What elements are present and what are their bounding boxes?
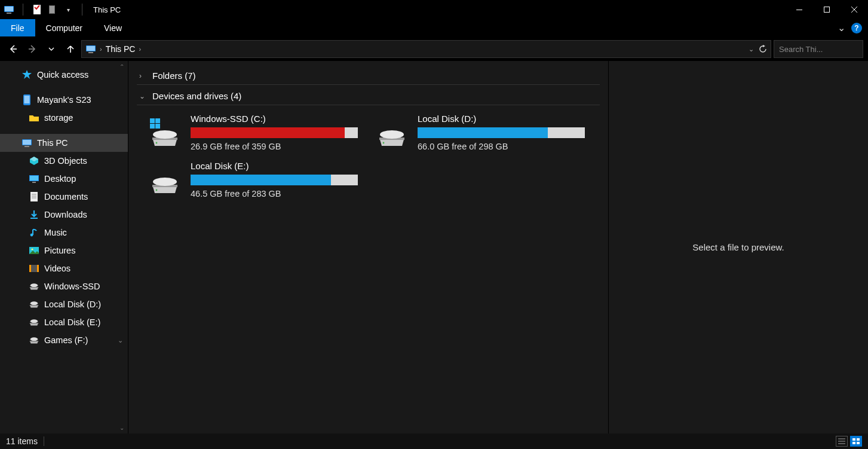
drive-capacity-bar [418, 127, 585, 138]
drives-grid: Windows-SSD (C:)26.9 GB free of 359 GBLo… [137, 108, 600, 210]
address-bar[interactable]: › This PC › ⌄ [81, 40, 771, 58]
sidebar-item-label: This PC [37, 138, 68, 148]
navigation-bar: › This PC › ⌄ [0, 37, 868, 61]
svg-point-44 [380, 130, 404, 139]
svg-point-36 [30, 319, 38, 323]
details-view-button[interactable] [836, 436, 848, 447]
maximize-button[interactable] [813, 0, 841, 19]
sidebar-item-downloads[interactable]: Downloads [0, 206, 128, 224]
drive-item[interactable]: Local Disk (E:)46.5 GB free of 283 GB [148, 161, 363, 198]
minimize-button[interactable] [786, 0, 813, 19]
tiles-view-button[interactable] [850, 436, 862, 447]
svg-rect-12 [88, 52, 93, 53]
svg-rect-33 [37, 265, 39, 272]
help-icon[interactable]: ? [851, 23, 862, 33]
drive-name: Local Disk (E:) [191, 161, 363, 171]
sidebar-item-label: Pictures [44, 246, 75, 255]
svg-point-28 [30, 234, 33, 237]
sidebar-item-label: Games (F:) [44, 335, 88, 345]
sidebar-item-label: Music [44, 228, 67, 237]
close-button[interactable] [841, 0, 868, 19]
sidebar-item-videos[interactable]: Videos [0, 259, 128, 277]
pc-icon [85, 44, 96, 54]
sidebar-item-storage[interactable]: storage [0, 109, 128, 127]
disk-icon [29, 281, 39, 292]
svg-rect-21 [30, 176, 38, 181]
drive-name: Local Disk (D:) [418, 114, 590, 124]
svg-rect-54 [857, 442, 860, 444]
status-item-count: 11 items [6, 436, 38, 446]
group-header-drives[interactable]: ⌄ Devices and drives (4) [137, 87, 600, 105]
up-button[interactable] [62, 41, 79, 57]
breadcrumb[interactable]: This PC [106, 44, 136, 54]
sidebar-item-3d-objects[interactable]: 3D Objects [0, 152, 128, 170]
group-label: Devices and drives (4) [152, 91, 241, 101]
sidebar-item-local-disk-e-[interactable]: Local Disk (E:) [0, 313, 128, 331]
sidebar-item-pictures[interactable]: Pictures [0, 242, 128, 259]
drive-item[interactable]: Local Disk (D:)66.0 GB free of 298 GB [375, 114, 590, 151]
svg-rect-6 [796, 10, 802, 10]
sidebar-item-label: Downloads [44, 210, 87, 219]
ribbon-tab-computer[interactable]: Computer [35, 19, 93, 36]
folder-icon [29, 112, 39, 123]
sidebar-item-local-disk-d-[interactable]: Local Disk (D:) [0, 295, 128, 313]
drive-icon [148, 166, 182, 194]
properties-icon[interactable] [32, 4, 42, 15]
chevron-right-icon: › [139, 72, 148, 80]
sidebar-item-music[interactable]: Music [0, 224, 128, 242]
forward-button[interactable] [24, 41, 41, 57]
music-icon [29, 227, 39, 238]
star-icon [22, 69, 32, 80]
drive-capacity-bar [191, 127, 358, 138]
sidebar-item-desktop[interactable]: Desktop [0, 170, 128, 188]
svg-rect-51 [852, 438, 855, 441]
svg-point-47 [156, 189, 158, 191]
chevron-down-icon[interactable]: ⌄ [118, 337, 123, 344]
sidebar-item-quick-access[interactable]: Quick access [0, 66, 128, 84]
back-button[interactable] [5, 41, 22, 57]
drive-free-text: 26.9 GB free of 359 GB [191, 142, 363, 151]
scroll-down-icon[interactable]: ⌄ [119, 424, 124, 431]
ribbon-tab-view[interactable]: View [93, 19, 133, 36]
svg-rect-40 [150, 124, 155, 129]
sidebar-item-label: Windows-SSD [44, 282, 100, 291]
sidebar-item-documents[interactable]: Documents [0, 188, 128, 206]
sidebar-item-windows-ssd[interactable]: Windows-SSD [0, 277, 128, 295]
svg-point-30 [31, 248, 33, 250]
phone-icon [22, 94, 32, 105]
qat-customize-icon[interactable]: ▾ [63, 4, 73, 15]
chevron-right-icon[interactable]: › [139, 45, 141, 53]
refresh-icon[interactable] [759, 45, 767, 53]
qat-dropdown-icon[interactable] [47, 4, 58, 15]
svg-rect-32 [29, 265, 31, 272]
svg-rect-7 [824, 7, 830, 13]
recent-locations-button[interactable] [43, 41, 60, 57]
scroll-up-icon[interactable]: ⌃ [119, 63, 124, 70]
svg-rect-18 [23, 140, 31, 145]
drive-capacity-bar [191, 175, 358, 185]
drive-name: Windows-SSD (C:) [191, 114, 363, 124]
sidebar-item-this-pc[interactable]: This PC [0, 134, 128, 152]
ribbon-expand-icon[interactable]: ⌄ [838, 22, 845, 33]
svg-point-46 [153, 178, 177, 186]
svg-rect-2 [7, 13, 11, 14]
picture-icon [29, 245, 39, 256]
svg-rect-38 [150, 118, 155, 123]
group-header-folders[interactable]: › Folders (7) [137, 67, 600, 85]
disk-icon [29, 317, 39, 328]
svg-rect-23 [30, 192, 38, 201]
svg-rect-16 [24, 96, 30, 103]
address-dropdown-icon[interactable]: ⌄ [749, 45, 754, 53]
search-input[interactable] [779, 45, 868, 54]
preview-pane: Select a file to preview. [608, 61, 868, 433]
sidebar-item-label: Local Disk (D:) [44, 300, 101, 309]
status-bar: 11 items [0, 433, 868, 449]
search-box[interactable] [774, 40, 863, 58]
file-tab[interactable]: File [0, 19, 35, 36]
sidebar-item-mayank-s-s23[interactable]: Mayank's S23 [0, 91, 128, 109]
sidebar-item-games-f-[interactable]: Games (F:)⌄ [0, 331, 128, 349]
chevron-right-icon[interactable]: › [100, 45, 102, 53]
group-label: Folders (7) [152, 71, 196, 81]
download-icon [29, 209, 39, 220]
drive-item[interactable]: Windows-SSD (C:)26.9 GB free of 359 GB [148, 114, 363, 151]
